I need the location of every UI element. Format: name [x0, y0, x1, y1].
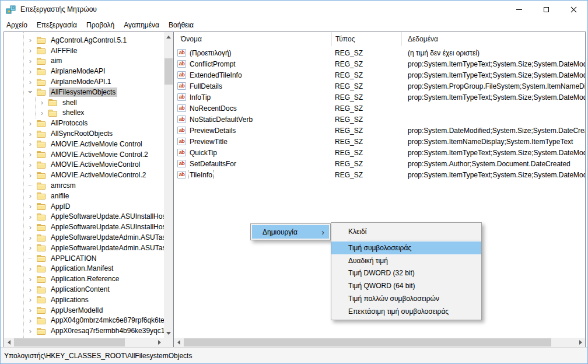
menubar-item-0[interactable]: Αρχείο [2, 19, 32, 31]
value-row[interactable]: InfoTip REG_SZ prop:System.ItemTypeText;… [174, 92, 585, 103]
submenu-item-2[interactable]: Τιμή συμβολοσειράς [331, 242, 481, 254]
list-horizontal-scrollbar[interactable] [174, 338, 585, 347]
value-row[interactable]: ConflictPrompt REG_SZ prop:System.ItemTy… [174, 58, 585, 69]
value-row[interactable]: NoRecentDocs REG_SZ [174, 103, 585, 114]
tree-expander-icon[interactable] [26, 306, 34, 314]
tree-expander-icon[interactable] [38, 99, 46, 107]
tree-expander-icon[interactable] [26, 202, 34, 211]
value-row[interactable]: ExtendedTileInfo REG_SZ prop:System.Item… [174, 69, 585, 80]
value-row[interactable]: TileInfo REG_SZ prop:System.ItemTypeText… [174, 169, 585, 180]
scroll-left-button[interactable] [174, 338, 183, 347]
submenu-item-7[interactable]: Επεκτάσιμη τιμή συμβολοσειράς [331, 305, 481, 318]
value-row[interactable]: QuickTip REG_SZ prop:System.ItemTypeText… [174, 147, 585, 158]
tree-item[interactable]: ApplicationContent [4, 284, 164, 295]
tree-expander-icon[interactable] [26, 233, 34, 242]
tree-item[interactable]: AgControl.AgControl.5.1 [4, 35, 164, 46]
value-row[interactable]: PreviewTitle REG_SZ prop:System.ItemName… [174, 136, 585, 147]
value-row[interactable]: PreviewDetails REG_SZ prop:System.DateMo… [174, 125, 585, 136]
tree-item[interactable]: shellex [4, 108, 164, 118]
tree-expander-icon[interactable] [26, 296, 34, 304]
tree-item[interactable]: aim [4, 56, 164, 66]
tree-item[interactable]: AppleSoftwareUpdateAdmin.ASUTas [4, 232, 164, 243]
tree-expander-icon[interactable] [26, 36, 34, 44]
tree-item[interactable]: AirplaneModeAPI [4, 66, 164, 76]
tree-item[interactable]: AppX0resaq7r5ermbh4b96ke39yqc1a [4, 326, 164, 336]
tree-expander-icon[interactable] [26, 254, 34, 262]
maximize-button[interactable] [533, 1, 560, 18]
tree-item[interactable]: AMOVIE.ActiveMovieControl [4, 160, 164, 170]
tree-item[interactable]: Application.Manifest [4, 264, 164, 274]
tree-expander-icon[interactable] [26, 285, 34, 293]
value-row[interactable]: SetDefaultsFor REG_SZ prop:System.Author… [174, 158, 585, 169]
value-row[interactable]: (Προεπιλογή) REG_SZ (η τιμή δεν έχει ορι… [174, 47, 585, 58]
tree-item[interactable]: AMOVIE.ActiveMovieControl.2 [4, 170, 164, 180]
column-header-data[interactable]: Δεδομένα [402, 32, 585, 46]
tree-expander-icon[interactable] [26, 192, 34, 200]
menubar-item-3[interactable]: Αγαπημένα [119, 19, 164, 31]
context-menu-item-new[interactable]: Δημιουργία [252, 225, 329, 239]
scroll-left-button[interactable] [4, 338, 13, 347]
tree-item[interactable]: AIFFFile [4, 46, 164, 56]
tree-item[interactable]: AirplaneModeAPI.1 [4, 76, 164, 87]
tree-expander-icon[interactable] [26, 160, 34, 169]
menubar-item-2[interactable]: Προβολή [82, 19, 119, 31]
tree-expander-icon[interactable] [26, 244, 34, 252]
tree-item[interactable]: AMOVIE.ActiveMovie Control.2 [4, 149, 164, 160]
tree-expander-icon[interactable] [26, 275, 34, 283]
tree-expander-icon[interactable] [26, 223, 34, 231]
tree-vertical-scrollbar[interactable] [164, 32, 173, 338]
tree-expander-icon[interactable] [26, 171, 34, 179]
column-header-name[interactable]: Όνομα [174, 32, 332, 46]
tree-item[interactable]: Application.Reference [4, 274, 164, 284]
tree-expander-icon[interactable] [26, 140, 34, 148]
tree-expander-icon[interactable] [26, 327, 34, 335]
submenu-item-6[interactable]: Τιμή πολλών συμβολοσειρών [331, 292, 481, 305]
scroll-up-button[interactable] [164, 32, 173, 41]
scroll-right-button[interactable] [155, 338, 164, 347]
tree-expander-icon[interactable] [26, 212, 34, 220]
tree-horizontal-scrollbar[interactable] [4, 338, 164, 347]
tree-expander-icon[interactable] [26, 67, 34, 75]
tree-item[interactable]: AppleSoftwareUpdateAdmin.ASUTas [4, 243, 164, 253]
tree-item[interactable]: AllProtocols [4, 118, 164, 128]
tree-item[interactable]: AllFilesystemObjects [4, 87, 164, 97]
submenu-item-0[interactable]: Κλειδί [331, 224, 481, 239]
tree-item[interactable]: shell [4, 97, 164, 108]
submenu-item-5[interactable]: Τιμή QWORD (64 bit) [331, 279, 481, 292]
tree-expander-icon[interactable] [26, 264, 34, 272]
tree-item[interactable]: AppID [4, 201, 164, 212]
horizontal-scroll-thumb[interactable] [14, 338, 125, 346]
tree-item[interactable]: anifile [4, 191, 164, 201]
menubar-item-1[interactable]: Επεξεργασία [32, 19, 82, 31]
tree-expander-icon[interactable] [26, 150, 34, 159]
close-button[interactable] [560, 1, 587, 18]
tree-expander-icon[interactable] [26, 130, 34, 138]
tree-item[interactable]: AppleSoftwareUpdate.ASUInstallHos [4, 212, 164, 222]
tree-expander-icon[interactable] [38, 108, 46, 117]
column-header-type[interactable]: Τύπος [332, 32, 402, 46]
menubar-item-4[interactable]: Βοήθεια [164, 19, 198, 31]
minimize-button[interactable] [505, 1, 533, 18]
horizontal-scroll-thumb[interactable] [184, 338, 551, 346]
tree-item[interactable]: AllSyncRootObjects [4, 128, 164, 139]
tree-expander-icon[interactable] [26, 47, 34, 55]
submenu-item-3[interactable]: Δυαδική τιμή [331, 254, 481, 267]
tree-expander-icon[interactable] [26, 316, 34, 324]
tree-expander-icon[interactable] [26, 181, 34, 190]
scroll-right-button[interactable] [576, 338, 585, 347]
scroll-down-button[interactable] [164, 328, 173, 338]
tree-expander-icon[interactable] [26, 119, 34, 127]
tree-expander-icon[interactable] [26, 88, 34, 96]
tree-expander-icon[interactable] [26, 57, 34, 65]
tree-item[interactable]: AppleSoftwareUpdate.ASUInstallHos [4, 222, 164, 232]
tree-item[interactable]: APPLICATION [4, 253, 164, 264]
tree-item[interactable]: AppUserModelId [4, 305, 164, 316]
submenu-item-4[interactable]: Τιμή DWORD (32 bit) [331, 267, 481, 280]
value-row[interactable]: NoStaticDefaultVerb REG_SZ [174, 114, 585, 125]
tree-item[interactable]: Applications [4, 295, 164, 305]
value-row[interactable]: FullDetails REG_SZ prop:System.PropGroup… [174, 80, 585, 92]
tree-item[interactable]: AMOVIE.ActiveMovie Control [4, 139, 164, 149]
tree-expander-icon[interactable] [26, 78, 34, 86]
tree-item[interactable]: AppX04g0mbrz4mkc6e879rpf6qk6te [4, 316, 164, 326]
vertical-scroll-thumb[interactable] [164, 58, 173, 85]
